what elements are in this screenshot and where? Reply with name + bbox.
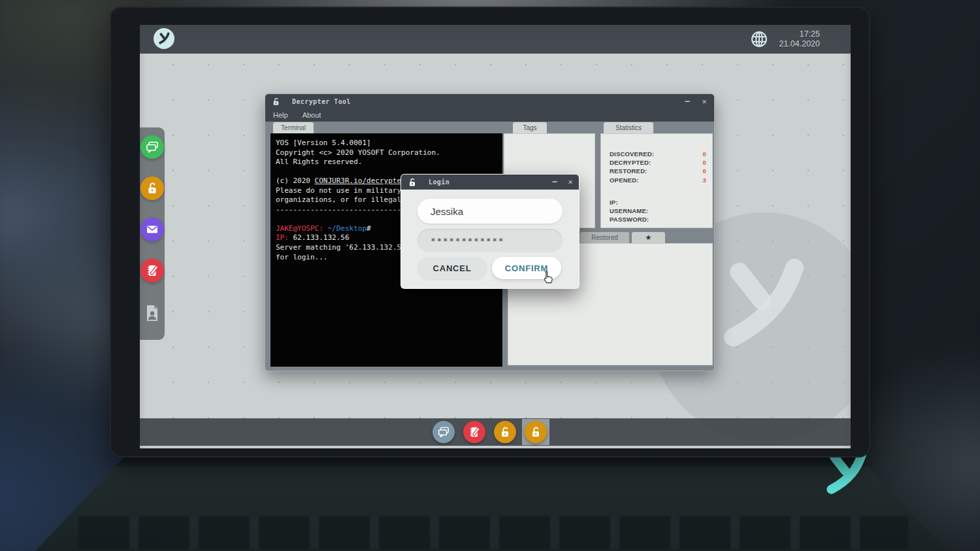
username-field[interactable]: Jessika <box>417 199 563 224</box>
menubar: Help About <box>265 109 714 122</box>
tab-terminal[interactable]: Terminal <box>273 122 314 133</box>
open-lock-icon <box>529 426 542 439</box>
tab-restored[interactable]: Restored <box>580 232 629 243</box>
menu-help[interactable]: Help <box>273 111 288 119</box>
laptop-keyboard <box>78 516 908 549</box>
taskbar-notes-button[interactable] <box>463 421 485 443</box>
dock-contacts-button[interactable] <box>140 301 164 325</box>
tab-statistics[interactable]: Statistics <box>604 122 653 133</box>
taskbar-login-button[interactable] <box>525 421 547 443</box>
open-lock-icon <box>271 97 281 107</box>
tab-tags[interactable]: Tags <box>513 122 547 133</box>
decrypter-titlebar[interactable]: Decrypter Tool – ✕ <box>265 94 714 109</box>
clock-time: 17:25 <box>779 29 820 39</box>
chat-bubbles-icon <box>144 139 160 155</box>
person-document-icon <box>142 303 163 324</box>
dock <box>140 127 165 340</box>
taskbar <box>140 418 851 446</box>
network-globe-icon[interactable] <box>749 29 770 50</box>
os-logo-button[interactable] <box>154 28 174 49</box>
open-lock-icon <box>407 177 417 188</box>
scene: 17:25 21.04.2020 <box>0 0 980 551</box>
dock-decrypter-button[interactable] <box>140 176 164 200</box>
notepad-pen-icon <box>467 425 482 439</box>
menu-about[interactable]: About <box>302 111 321 119</box>
clock-date: 21.04.2020 <box>779 39 820 49</box>
chat-bubbles-icon <box>436 425 451 439</box>
minimize-button[interactable]: – <box>680 94 694 109</box>
confirm-button[interactable]: CONFIRM <box>492 257 561 279</box>
statistics-rows: DISCOVERED:0DECRYPTED:0RESTORED:0OPENED:… <box>610 150 706 184</box>
dialog-title: Login <box>429 178 449 186</box>
tab-favorites-star[interactable]: ★ <box>632 232 665 243</box>
dock-mail-button[interactable] <box>140 218 164 241</box>
star-icon: ★ <box>645 233 652 242</box>
dialog-close-button[interactable]: ✕ <box>563 175 578 189</box>
notepad-pen-icon <box>144 263 160 278</box>
cancel-button[interactable]: CANCEL <box>417 257 487 279</box>
open-lock-icon <box>145 181 159 195</box>
dock-chat-button[interactable] <box>140 135 164 159</box>
topbar: 17:25 21.04.2020 <box>140 25 851 54</box>
taskbar-chat-button[interactable] <box>433 421 455 443</box>
login-titlebar[interactable]: Login – ✕ <box>401 175 579 190</box>
laptop-hinge <box>111 456 869 467</box>
clock: 17:25 21.04.2020 <box>779 29 820 49</box>
envelope-icon <box>144 222 160 237</box>
statistics-fields: IP:USERNAME:PASSWORD: <box>610 198 706 224</box>
screen: 17:25 21.04.2020 <box>140 25 851 448</box>
laptop-lid: 17:25 21.04.2020 <box>110 7 870 458</box>
dock-notes-button[interactable] <box>140 259 164 282</box>
password-field[interactable]: ************ <box>417 229 563 252</box>
login-dialog: Login – ✕ Jessika ************ CANCEL CO… <box>400 174 580 289</box>
taskbar-decrypter-button[interactable] <box>494 421 516 443</box>
close-button[interactable]: ✕ <box>697 94 711 109</box>
open-lock-icon <box>498 426 512 439</box>
laptop-brand-logo-icon <box>817 451 874 495</box>
window-title: Decrypter Tool <box>292 98 351 105</box>
dialog-minimize-button[interactable]: – <box>547 175 562 189</box>
